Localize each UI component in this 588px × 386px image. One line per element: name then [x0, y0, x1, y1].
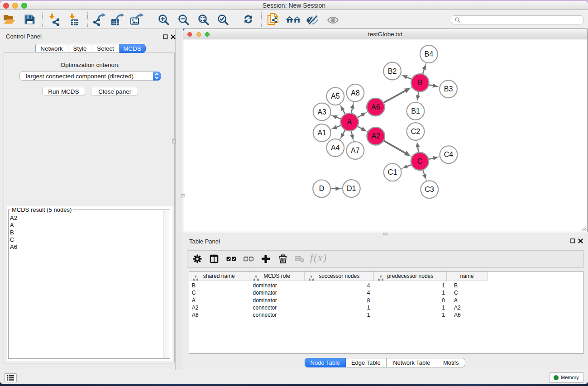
svg-text:A6: A6: [371, 103, 380, 111]
svg-text:C2: C2: [411, 128, 421, 135]
svg-text:C1: C1: [388, 168, 397, 176]
svg-text:B1: B1: [411, 107, 420, 115]
svg-text:C: C: [417, 157, 423, 165]
svg-text:A5: A5: [331, 92, 340, 100]
svg-text:A3: A3: [317, 108, 326, 116]
svg-text:A4: A4: [331, 144, 340, 152]
svg-text:B4: B4: [425, 50, 434, 58]
svg-text:B: B: [418, 79, 423, 86]
svg-text:A7: A7: [351, 147, 360, 154]
svg-text:D1: D1: [347, 185, 356, 192]
svg-text:B3: B3: [444, 85, 453, 93]
svg-text:A: A: [347, 118, 352, 126]
svg-text:A8: A8: [351, 89, 360, 97]
svg-text:A2: A2: [371, 132, 380, 140]
svg-text:A1: A1: [317, 129, 326, 137]
svg-text:C3: C3: [425, 186, 435, 193]
svg-text:B2: B2: [388, 67, 397, 75]
svg-text:D: D: [319, 185, 325, 192]
svg-text:C4: C4: [444, 151, 454, 158]
